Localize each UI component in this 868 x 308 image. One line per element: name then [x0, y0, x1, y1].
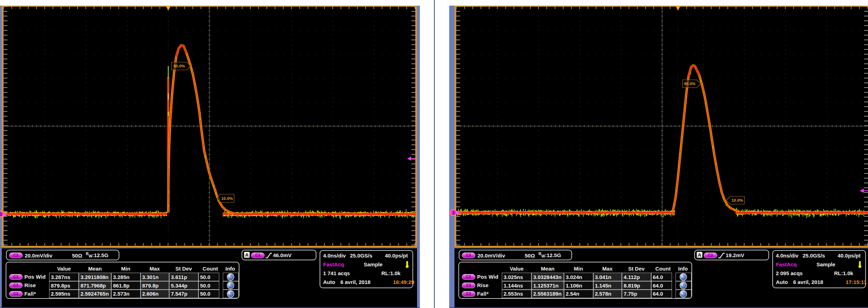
svg-text:90.0%: 90.0%: [684, 82, 696, 86]
svg-text:3: 3: [452, 211, 455, 215]
svg-text:10.0%: 10.0%: [221, 196, 233, 201]
svg-text:10.0%: 10.0%: [732, 198, 743, 202]
svg-text:90.0%: 90.0%: [173, 64, 185, 68]
svg-text:3: 3: [0, 212, 2, 217]
